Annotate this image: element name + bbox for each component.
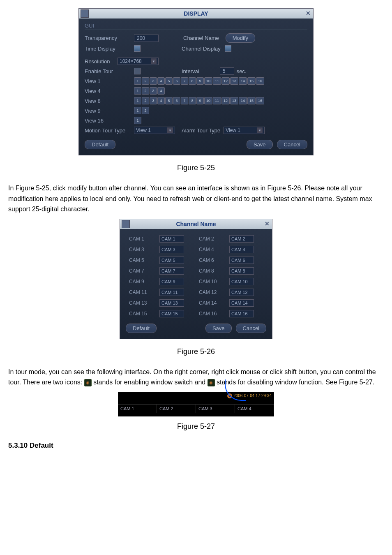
save-button[interactable]: Save — [247, 140, 273, 149]
view8-buttons: 12345678910111213141516 — [134, 97, 264, 104]
view-num-button[interactable]: 1 — [134, 117, 141, 124]
chevron-down-icon: ▼ — [167, 127, 173, 133]
view4-buttons: 1234 — [134, 87, 165, 95]
view-num-button[interactable]: 16 — [256, 77, 264, 85]
view-num-button[interactable]: 15 — [247, 97, 256, 104]
view16-label: View 16 — [85, 118, 134, 124]
channel-label: CAM 4 — [196, 245, 226, 254]
channel-input[interactable] — [159, 257, 184, 264]
view-num-button[interactable]: 13 — [230, 77, 238, 85]
view-num-button[interactable]: 7 — [181, 97, 188, 104]
channel-input[interactable] — [229, 278, 254, 285]
cancel-button[interactable]: Cancel — [236, 324, 266, 333]
view-num-button[interactable]: 9 — [196, 77, 204, 85]
channel-input[interactable] — [229, 310, 254, 317]
channel-input[interactable] — [159, 267, 184, 275]
view-num-button[interactable]: 1 — [134, 77, 141, 85]
view-num-button[interactable]: 7 — [181, 77, 188, 85]
chevron-down-icon: ▼ — [151, 58, 157, 64]
tour-enable-icon: ◉ — [84, 379, 92, 386]
view-num-button[interactable]: 4 — [157, 77, 165, 85]
transparency-input[interactable] — [134, 35, 159, 42]
gui-section-label: GUI — [85, 23, 307, 30]
view-num-button[interactable]: 5 — [165, 97, 173, 104]
time-display-label: Time Display — [85, 46, 134, 52]
table-row: CAM 15CAM 16 — [127, 309, 265, 319]
view-num-button[interactable]: 3 — [150, 97, 157, 104]
view-num-button[interactable]: 1 — [134, 107, 141, 114]
channel-input[interactable] — [159, 278, 184, 285]
view-num-button[interactable]: 6 — [173, 77, 180, 85]
interval-unit: sec. — [237, 68, 247, 74]
motion-tour-dropdown[interactable]: View 1 ▼ — [134, 127, 175, 134]
channel-label: CAM 11 — [127, 287, 156, 297]
channel-label: CAM 16 — [196, 309, 226, 319]
view-num-button[interactable]: 2 — [142, 97, 149, 104]
view-num-button[interactable]: 10 — [204, 97, 212, 104]
view-num-button[interactable]: 9 — [196, 97, 204, 104]
time-display-checkbox[interactable] — [134, 45, 141, 52]
view-num-button[interactable]: 12 — [221, 97, 230, 104]
save-button[interactable]: Save — [205, 324, 232, 333]
view-num-button[interactable]: 15 — [247, 77, 256, 85]
modify-button[interactable]: Modify — [226, 33, 255, 43]
channel-label: CAM 14 — [196, 298, 226, 308]
view4-label: View 4 — [85, 88, 134, 94]
view-num-button[interactable]: 8 — [189, 97, 196, 104]
default-button[interactable]: Default — [85, 140, 115, 149]
channel-input[interactable] — [229, 267, 254, 275]
view-num-button[interactable]: 8 — [189, 77, 196, 85]
view-num-button[interactable]: 1 — [134, 97, 141, 104]
interval-input[interactable] — [220, 67, 234, 75]
view-num-button[interactable]: 3 — [150, 77, 157, 85]
channel-input[interactable] — [159, 246, 184, 253]
view-num-button[interactable]: 11 — [213, 97, 221, 104]
table-row: CAM 5CAM 6 — [127, 255, 265, 265]
view-num-button[interactable]: 14 — [239, 77, 247, 85]
channel-label: CAM 9 — [127, 277, 156, 287]
view-num-button[interactable]: 16 — [256, 97, 264, 104]
channel-input[interactable] — [229, 257, 254, 264]
alarm-tour-dropdown[interactable]: View 1 ▼ — [224, 127, 265, 134]
view-num-button[interactable]: 14 — [239, 97, 247, 104]
channel-input[interactable] — [229, 299, 254, 307]
figure-5-25-caption: Figure 5-25 — [8, 164, 384, 172]
channel-name-table: CAM 1CAM 2CAM 3CAM 4CAM 5CAM 6CAM 7CAM 8… — [126, 233, 266, 319]
resolution-dropdown[interactable]: 1024×768 ▼ — [118, 58, 159, 65]
channel-input[interactable] — [159, 299, 184, 307]
view-num-button[interactable]: 10 — [204, 77, 212, 85]
view-num-button[interactable]: 13 — [230, 97, 238, 104]
channel-input[interactable] — [229, 235, 254, 243]
interval-label: Interval — [182, 68, 199, 74]
enable-tour-checkbox[interactable] — [134, 68, 141, 74]
view-num-button[interactable]: 4 — [157, 87, 165, 95]
channel-label: CAM 6 — [196, 255, 226, 265]
view-num-button[interactable]: 12 — [221, 77, 230, 85]
channel-display-checkbox[interactable] — [225, 45, 231, 52]
view9-label: View 9 — [85, 108, 134, 114]
default-button[interactable]: Default — [126, 324, 157, 333]
view-num-button[interactable]: 6 — [173, 97, 180, 104]
view-num-button[interactable]: 1 — [134, 87, 141, 95]
view-num-button[interactable]: 2 — [142, 77, 149, 85]
channel-input[interactable] — [159, 289, 184, 296]
transparency-label: Transparency — [85, 35, 134, 41]
channel-input[interactable] — [159, 235, 184, 243]
chevron-down-icon: ▼ — [257, 127, 263, 133]
close-icon[interactable]: ✕ — [306, 10, 311, 16]
figure-5-27-caption: Figure 5-27 — [8, 422, 384, 431]
channel-label: CAM 1 — [127, 234, 156, 244]
view-num-button[interactable]: 11 — [213, 77, 221, 85]
view-num-button[interactable]: 2 — [142, 107, 149, 114]
view16-buttons: 1 — [134, 117, 141, 124]
close-icon[interactable]: ✕ — [265, 220, 270, 227]
cancel-button[interactable]: Cancel — [277, 140, 307, 149]
channel-input[interactable] — [159, 310, 184, 317]
section-5-3-10-heading: 5.3.10 Default — [8, 442, 384, 450]
view-num-button[interactable]: 3 — [150, 87, 157, 95]
channel-input[interactable] — [229, 246, 254, 253]
view-num-button[interactable]: 4 — [157, 97, 165, 104]
channel-input[interactable] — [229, 289, 254, 296]
view-num-button[interactable]: 2 — [142, 87, 149, 95]
view-num-button[interactable]: 5 — [165, 77, 173, 85]
